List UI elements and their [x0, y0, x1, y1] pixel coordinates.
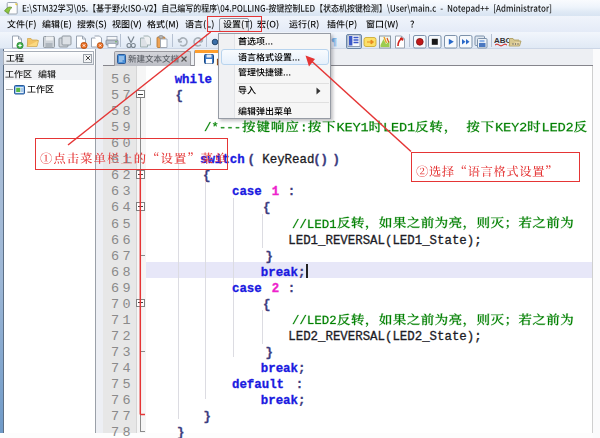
svg-text:¶: ¶	[331, 35, 337, 47]
